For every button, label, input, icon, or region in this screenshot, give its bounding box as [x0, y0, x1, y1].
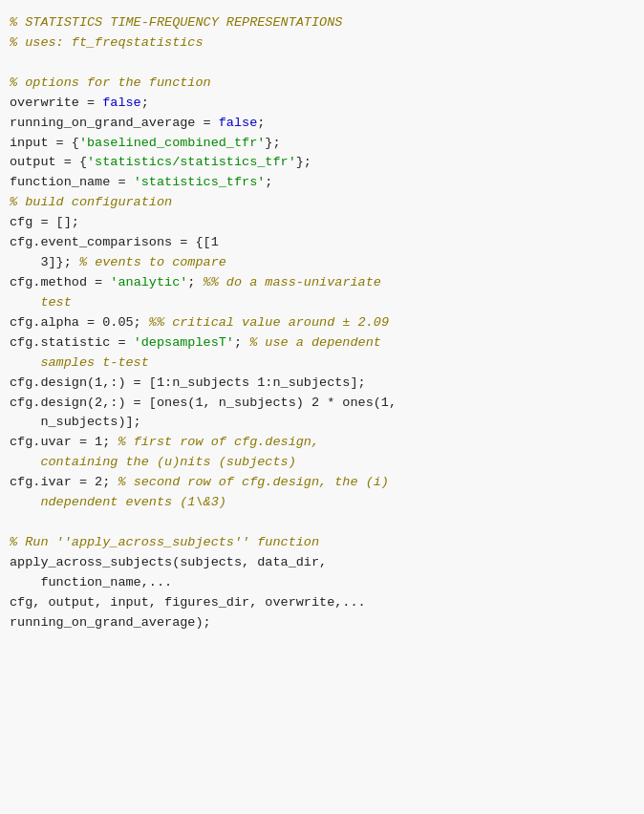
- code-line-22: cfg.uvar = 1; % first row of cfg.design,: [10, 433, 634, 453]
- code-line-16: cfg.alpha = 0.05; %% critical value arou…: [10, 313, 634, 333]
- code-line-24: cfg.ivar = 2; % second row of cfg.design…: [10, 473, 634, 493]
- comment-4: % options for the function: [10, 75, 211, 90]
- comment-2: % uses: ft_freqstatistics: [10, 35, 204, 50]
- code-line-1: % STATISTICS TIME-FREQUENCY REPRESENTATI…: [10, 13, 634, 33]
- code-line-9: function_name = 'statistics_tfrs';: [10, 173, 634, 193]
- code-line-13: 3]}; % events to compare: [10, 253, 634, 273]
- code-line-21: n_subjects)];: [10, 413, 634, 433]
- code-line-10: % build configuration: [10, 193, 634, 213]
- code-line-11: cfg = [];: [10, 213, 634, 233]
- code-container: % STATISTICS TIME-FREQUENCY REPRESENTATI…: [0, 0, 644, 814]
- code-line-8: output = {'statistics/statistics_tfr'};: [10, 153, 634, 173]
- code-line-blank2: [10, 513, 634, 533]
- code-line-5: overwrite = false;: [10, 94, 634, 114]
- code-line-29: function_name,...: [10, 573, 634, 593]
- code-line-12: cfg.event_comparisons = {[1: [10, 233, 634, 253]
- code-line-30: cfg, output, input, figures_dir, overwri…: [10, 593, 634, 613]
- code-line-19: cfg.design(1,:) = [1:n_subjects 1:n_subj…: [10, 374, 634, 394]
- code-line-7: input = {'baselined_combined_tfr'};: [10, 134, 634, 154]
- code-line-blank1: [10, 54, 634, 74]
- code-line-4: % options for the function: [10, 74, 634, 94]
- code-line-15: test: [10, 293, 634, 313]
- code-line-14: cfg.method = 'analytic'; %% do a mass-un…: [10, 273, 634, 293]
- comment-1: % STATISTICS TIME-FREQUENCY REPRESENTATI…: [10, 15, 342, 30]
- code-line-27: % Run ''apply_across_subjects'' function: [10, 533, 634, 553]
- code-line-18: samples t-test: [10, 353, 634, 374]
- code-line-2: % uses: ft_freqstatistics: [10, 33, 634, 54]
- code-line-17: cfg.statistic = 'depsamplesT'; % use a d…: [10, 333, 634, 353]
- code-line-25: ndependent events (1\&3): [10, 493, 634, 513]
- code-line-31: running_on_grand_average);: [10, 613, 634, 633]
- code-line-23: containing the (u)nits (subjects): [10, 453, 634, 473]
- code-line-6: running_on_grand_average = false;: [10, 114, 634, 134]
- code-line-28: apply_across_subjects(subjects, data_dir…: [10, 553, 634, 573]
- code-line-20: cfg.design(2,:) = [ones(1, n_subjects) 2…: [10, 394, 634, 414]
